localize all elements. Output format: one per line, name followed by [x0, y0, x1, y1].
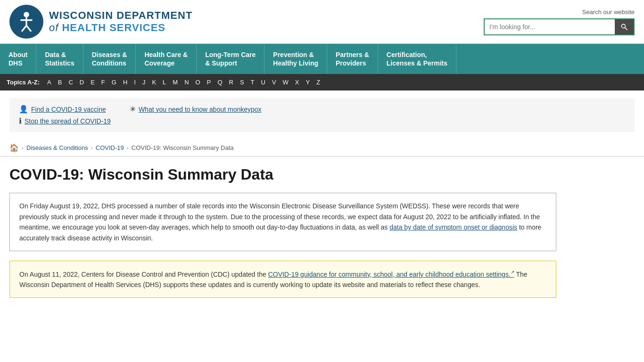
alert-section: 👤 Find a COVID-19 vaccine ℹ Stop the spr… — [9, 98, 635, 132]
topics-label: Topics A-Z: — [7, 79, 40, 86]
search-icon — [620, 23, 628, 31]
svg-line-4 — [26, 25, 31, 31]
page-header: WISCONSIN DEPARTMENT of HEALTH SERVICES … — [0, 0, 644, 44]
nav-item-longterm[interactable]: Long-Term Care& Support — [197, 44, 264, 74]
info-link[interactable]: COVID-19 guidance for community, school,… — [268, 271, 514, 278]
info-text-before: On August 11, 2022, Centers for Disease … — [19, 271, 268, 278]
nav-item-prevention[interactable]: Prevention &Healthy Living — [264, 44, 327, 74]
org-name-line1: WISCONSIN DEPARTMENT — [49, 9, 192, 22]
topic-letter-T[interactable]: T — [249, 78, 256, 87]
nav-item-certification[interactable]: Certification,Licenses & Permits — [378, 44, 456, 74]
breadcrumb: 🏠 › Diseases & Conditions › COVID-19 › C… — [0, 140, 644, 156]
home-icon: 🏠 — [9, 143, 19, 152]
nav-item-partners[interactable]: Partners &Providers — [327, 44, 378, 74]
info-box: On August 11, 2022, Centers for Disease … — [9, 261, 556, 298]
topic-letter-K[interactable]: K — [150, 78, 158, 87]
main-content: COVID-19: Wisconsin Summary Data On Frid… — [0, 156, 566, 312]
monkeypox-link[interactable]: What you need to know about monkeypox — [139, 106, 262, 113]
topic-letter-D[interactable]: D — [78, 78, 86, 87]
alert-link-spread: ℹ Stop the spread of COVID-19 — [19, 116, 111, 125]
monkeypox-icon: ✳ — [130, 105, 136, 114]
nav-item-about[interactable]: AboutDHS — [0, 44, 36, 74]
topic-letter-H[interactable]: H — [121, 78, 129, 87]
spread-link[interactable]: Stop the spread of COVID-19 — [25, 117, 111, 125]
svg-line-3 — [22, 25, 26, 31]
logo-circle — [9, 5, 43, 39]
svg-line-6 — [625, 27, 627, 30]
topic-letter-A[interactable]: A — [45, 78, 53, 87]
topics-bar: Topics A-Z: ABCDEFGHIJKLMNOPQRSTUVWXYZ — [0, 74, 644, 90]
alert-col-left: 👤 Find a COVID-19 vaccine ℹ Stop the spr… — [19, 105, 111, 125]
breadcrumb-current: COVID-19: Wisconsin Summary Data — [132, 144, 234, 151]
vaccine-icon: 👤 — [19, 105, 28, 114]
topic-letter-O[interactable]: O — [194, 78, 202, 87]
topic-letter-C[interactable]: C — [66, 78, 74, 87]
topic-letter-M[interactable]: M — [171, 78, 180, 87]
alert-link-vaccine: 👤 Find a COVID-19 vaccine — [19, 105, 111, 114]
nav-item-healthcare[interactable]: Health Care &Coverage — [136, 44, 197, 74]
external-icon: ↗ — [511, 270, 514, 275]
topic-letter-B[interactable]: B — [56, 78, 64, 87]
main-nav: AboutDHS Data &Statistics Diseases &Cond… — [0, 44, 644, 74]
vaccine-link[interactable]: Find a COVID-19 vaccine — [31, 106, 106, 113]
topic-letter-X[interactable]: X — [293, 78, 301, 87]
breadcrumb-sep-2: › — [91, 145, 93, 151]
notice-box: On Friday August 19, 2022, DHS processed… — [9, 193, 556, 251]
logo-area: WISCONSIN DEPARTMENT of HEALTH SERVICES — [9, 5, 192, 39]
breadcrumb-covid19[interactable]: COVID-19 — [96, 144, 124, 151]
search-box — [484, 18, 635, 35]
notice-link[interactable]: data by date of symptom onset or diagnos… — [389, 223, 517, 231]
topic-letter-F[interactable]: F — [99, 78, 107, 87]
org-name: WISCONSIN DEPARTMENT of HEALTH SERVICES — [49, 9, 192, 34]
svg-point-0 — [24, 12, 29, 17]
search-input[interactable] — [485, 19, 615, 34]
org-name-line2: of HEALTH SERVICES — [49, 22, 192, 34]
breadcrumb-sep-1: › — [22, 145, 24, 151]
breadcrumb-diseases[interactable]: Diseases & Conditions — [26, 144, 88, 151]
topic-letter-U[interactable]: U — [259, 78, 267, 87]
nav-item-diseases[interactable]: Diseases &Conditions — [83, 44, 136, 74]
topic-letter-W[interactable]: W — [281, 78, 290, 87]
topic-letter-S[interactable]: S — [238, 78, 246, 87]
topic-letter-Y[interactable]: Y — [304, 78, 312, 87]
topic-letter-E[interactable]: E — [89, 78, 97, 87]
search-label: Search our website — [582, 8, 635, 16]
breadcrumb-sep-3: › — [127, 145, 129, 151]
topic-letter-P[interactable]: P — [205, 78, 213, 87]
topic-letter-G[interactable]: G — [110, 78, 118, 87]
alert-link-monkeypox: ✳ What you need to know about monkeypox — [130, 105, 262, 114]
alert-col-right: ✳ What you need to know about monkeypox — [130, 105, 262, 125]
topic-letter-J[interactable]: J — [140, 78, 148, 87]
search-button[interactable] — [615, 19, 634, 34]
info-icon: ℹ — [19, 116, 22, 125]
page-title: COVID-19: Wisconsin Summary Data — [9, 166, 556, 183]
topic-letter-L[interactable]: L — [161, 78, 168, 87]
svg-point-5 — [621, 24, 625, 28]
topic-letter-N[interactable]: N — [182, 78, 190, 87]
topic-letter-I[interactable]: I — [132, 78, 138, 87]
topic-letter-Q[interactable]: Q — [215, 78, 224, 87]
nav-item-data[interactable]: Data &Statistics — [36, 44, 83, 74]
topic-letter-Z[interactable]: Z — [314, 78, 322, 87]
topic-letter-R[interactable]: R — [227, 78, 235, 87]
search-area: Search our website — [484, 8, 635, 35]
topic-letter-V[interactable]: V — [270, 78, 278, 87]
